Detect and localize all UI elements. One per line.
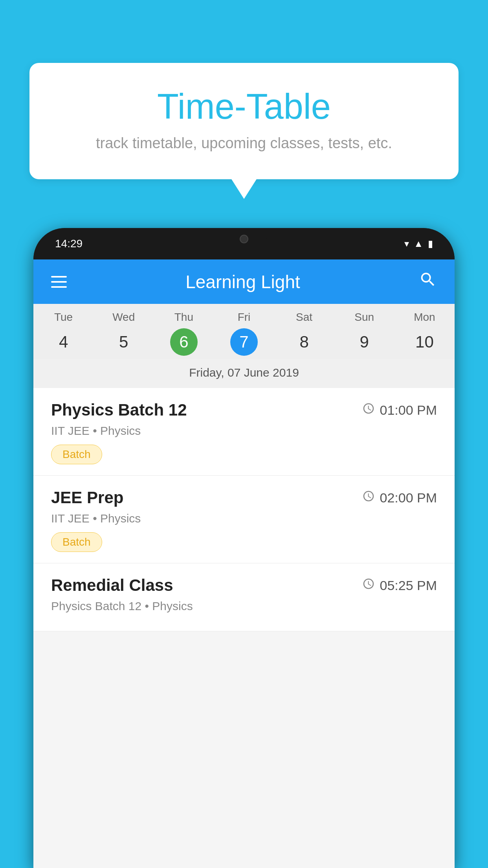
clock-icon <box>362 490 375 506</box>
day-number-label: 5 <box>110 328 138 356</box>
app-title: Learning Light <box>185 271 300 292</box>
class-item[interactable]: JEE Prep02:00 PMIIT JEE • PhysicsBatch <box>33 476 455 563</box>
batch-badge: Batch <box>51 532 102 552</box>
hamburger-line-2 <box>51 281 67 283</box>
day-number-label: 9 <box>350 328 378 356</box>
class-item[interactable]: Physics Batch 1201:00 PMIIT JEE • Physic… <box>33 388 455 476</box>
app-screen: Learning Light Tue4Wed5Thu6Fri7Sat8Sun9M… <box>33 259 455 868</box>
day-number-label: 10 <box>411 328 438 356</box>
hamburger-menu-button[interactable] <box>51 276 67 288</box>
calendar-day-8[interactable]: Sat8 <box>274 311 334 356</box>
calendar-day-10[interactable]: Mon10 <box>394 311 455 356</box>
day-number-label: 7 <box>230 328 258 356</box>
class-time: 02:00 PM <box>362 490 437 506</box>
calendar-strip: Tue4Wed5Thu6Fri7Sat8Sun9Mon10 Friday, 07… <box>33 304 455 388</box>
camera-dot <box>240 235 248 243</box>
class-subtitle: Physics Batch 12 • Physics <box>51 600 437 613</box>
class-name: Remedial Class <box>51 576 173 595</box>
bubble-title: Time-Table <box>61 86 427 127</box>
selected-date-label: Friday, 07 June 2019 <box>33 359 455 388</box>
search-button[interactable] <box>419 270 437 293</box>
batch-badge: Batch <box>51 445 102 464</box>
bubble-subtitle: track timetable, upcoming classes, tests… <box>61 135 427 152</box>
hamburger-line-3 <box>51 286 67 288</box>
status-icons: ▾ ▲ ▮ <box>404 238 433 249</box>
phone-notch <box>220 228 268 250</box>
status-bar: 14:29 ▾ ▲ ▮ <box>33 228 455 259</box>
calendar-day-9[interactable]: Sun9 <box>334 311 394 356</box>
phone-container: 14:29 ▾ ▲ ▮ Learning Light <box>33 228 455 868</box>
calendar-day-6[interactable]: Thu6 <box>154 311 214 356</box>
speech-bubble: Time-Table track timetable, upcoming cla… <box>29 63 459 179</box>
class-subtitle: IIT JEE • Physics <box>51 512 437 525</box>
class-list: Physics Batch 1201:00 PMIIT JEE • Physic… <box>33 388 455 631</box>
day-name-label: Sun <box>334 311 394 324</box>
speech-bubble-container: Time-Table track timetable, upcoming cla… <box>29 63 459 179</box>
status-time: 14:29 <box>55 237 83 250</box>
battery-icon: ▮ <box>428 238 433 249</box>
calendar-day-5[interactable]: Wed5 <box>94 311 154 356</box>
day-name-label: Fri <box>214 311 274 324</box>
calendar-day-4[interactable]: Tue4 <box>33 311 94 356</box>
app-header: Learning Light <box>33 259 455 304</box>
day-name-label: Sat <box>274 311 334 324</box>
signal-icon: ▲ <box>414 238 423 249</box>
class-time-text: 05:25 PM <box>380 578 437 593</box>
class-item[interactable]: Remedial Class05:25 PMPhysics Batch 12 •… <box>33 563 455 631</box>
class-time: 01:00 PM <box>362 402 437 418</box>
class-time-text: 01:00 PM <box>380 403 437 418</box>
class-item-header: Remedial Class05:25 PM <box>51 576 437 595</box>
class-subtitle: IIT JEE • Physics <box>51 424 437 438</box>
calendar-day-7[interactable]: Fri7 <box>214 311 274 356</box>
class-time-text: 02:00 PM <box>380 490 437 506</box>
hamburger-line-1 <box>51 276 67 278</box>
class-name: Physics Batch 12 <box>51 401 187 419</box>
class-name: JEE Prep <box>51 488 123 507</box>
class-time: 05:25 PM <box>362 577 437 593</box>
phone-frame: 14:29 ▾ ▲ ▮ Learning Light <box>33 228 455 868</box>
day-number-label: 6 <box>170 328 198 356</box>
days-row: Tue4Wed5Thu6Fri7Sat8Sun9Mon10 <box>33 304 455 359</box>
day-name-label: Tue <box>33 311 94 324</box>
day-number-label: 4 <box>50 328 77 356</box>
wifi-icon: ▾ <box>404 238 409 249</box>
class-item-header: JEE Prep02:00 PM <box>51 488 437 507</box>
day-name-label: Thu <box>154 311 214 324</box>
clock-icon <box>362 402 375 418</box>
clock-icon <box>362 577 375 593</box>
class-item-header: Physics Batch 1201:00 PM <box>51 401 437 419</box>
day-name-label: Mon <box>394 311 455 324</box>
day-name-label: Wed <box>94 311 154 324</box>
day-number-label: 8 <box>290 328 318 356</box>
